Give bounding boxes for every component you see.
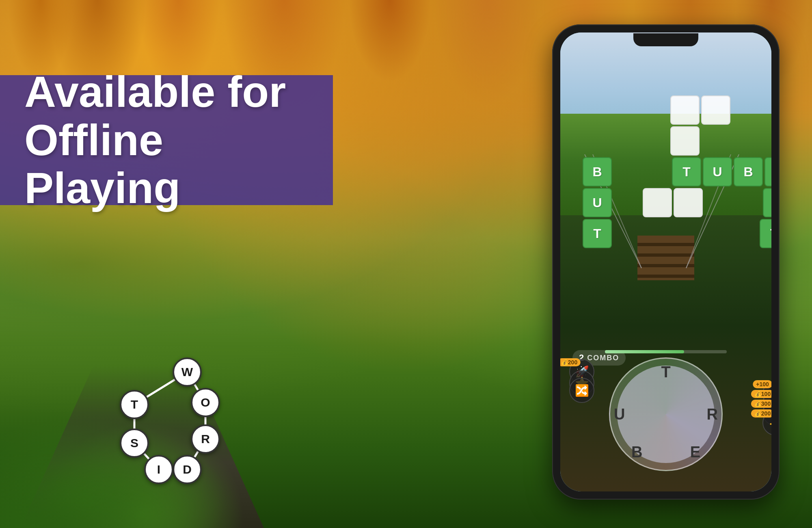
cell-2-3: T <box>672 157 701 186</box>
wheel-letter-T: T <box>661 364 670 381</box>
cell-0-3 <box>670 95 700 125</box>
cell-2-6: E <box>764 157 771 186</box>
logo-letter-I: I <box>144 455 173 484</box>
shuffle-button[interactable]: 🔀 <box>569 378 594 403</box>
phone-mockup: B T U B E U E <box>552 24 780 500</box>
cell-2-4: U <box>703 157 732 186</box>
cell-3-2 <box>643 188 672 217</box>
lightning-coins: 💰300 <box>751 400 771 408</box>
word-logo: W O R D I S T <box>97 357 252 496</box>
logo-letter-T: T <box>120 390 149 419</box>
cell-2-5: B <box>734 157 763 186</box>
wheel-letter-E: E <box>690 444 700 461</box>
cell-1-3 <box>670 126 700 156</box>
logo-letter-R: R <box>191 424 220 454</box>
cell-2-0: B <box>583 157 612 186</box>
logo-letter-D: D <box>173 455 202 484</box>
offline-banner: Available for Offline Playing <box>0 75 333 205</box>
logo-letter-W: W <box>173 357 202 387</box>
wheel-letter-R: R <box>707 406 718 423</box>
cell-3-0: U <box>583 188 612 217</box>
finger-coins: 💰200 <box>751 409 771 418</box>
cell-4-6: T <box>760 219 771 248</box>
wheel-letter-U: U <box>614 406 625 423</box>
cell-0-4 <box>701 95 730 125</box>
phone-screen: B T U B E U E <box>560 32 771 491</box>
wheel-letter-B: B <box>631 444 642 461</box>
progress-bar <box>605 350 727 353</box>
video-coins: +100 <box>753 380 771 388</box>
banner-title: Available for Offline Playing <box>24 68 309 212</box>
rocket-coins: 💰200 <box>560 358 581 366</box>
progress-fill <box>605 350 684 353</box>
phone-outer-frame: B T U B E U E <box>552 24 780 500</box>
cell-3-3 <box>674 188 703 217</box>
letter-wheel[interactable]: T U R B E <box>609 357 723 471</box>
cell-3-6: E <box>763 188 771 217</box>
hint-coins: 💰100 <box>751 390 771 398</box>
logo-letter-S: S <box>120 428 149 458</box>
logo-letter-O: O <box>191 388 220 417</box>
phone-notch <box>633 33 698 46</box>
banner-line1: Available for <box>24 68 309 116</box>
banner-line2: Offline Playing <box>24 116 309 213</box>
cell-4-0: T <box>583 219 612 248</box>
crossword-grid: B T U B E U E <box>583 95 771 248</box>
